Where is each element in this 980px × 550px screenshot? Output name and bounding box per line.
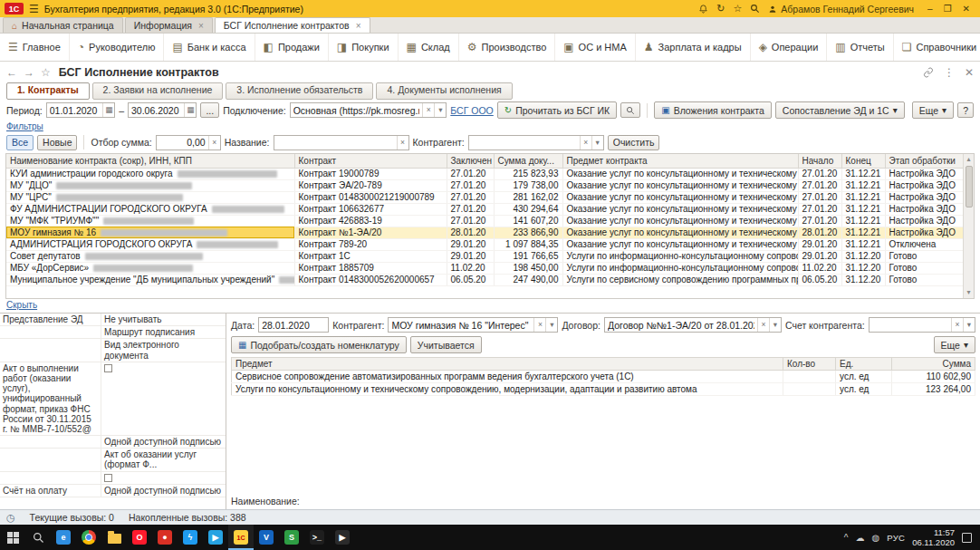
column-header[interactable]: Этап обработки bbox=[885, 154, 965, 168]
cell-end[interactable]: 31.12.20 bbox=[841, 250, 885, 262]
cell-sum[interactable]: 141 607,20 bbox=[494, 215, 562, 227]
ed-row[interactable]: Одной доступной подписью bbox=[0, 436, 226, 449]
connection-input[interactable] bbox=[291, 103, 423, 117]
cell-sum[interactable]: 430 294,64 bbox=[494, 203, 562, 215]
ed-row[interactable]: Акт об оказании услуг (формат Ф... bbox=[0, 449, 226, 471]
cell-sum[interactable]: 179 738,00 bbox=[494, 179, 562, 191]
cell-contract[interactable]: Контракт 789-20 bbox=[294, 238, 447, 250]
table-row[interactable]: Муниципальное учреждение "ДБ муниципальн… bbox=[6, 274, 965, 285]
cell-stage[interactable]: Готово bbox=[885, 274, 965, 285]
app-tab[interactable]: ⌂Начальная страница bbox=[3, 17, 123, 33]
clear-icon[interactable]: × bbox=[208, 136, 220, 150]
cell-subject[interactable]: Оказание услуг по консультационному и те… bbox=[562, 227, 798, 238]
close-button[interactable]: ✕ bbox=[957, 4, 975, 14]
cell-sum[interactable]: 198 450,00 bbox=[494, 262, 562, 274]
cell-stage[interactable]: Настройка ЭДО bbox=[885, 227, 965, 238]
cell-subject[interactable]: Оказание услуг по консультационному и те… bbox=[562, 179, 798, 191]
cell-end[interactable]: 31.12.20 bbox=[841, 262, 885, 274]
hide-link[interactable]: Скрыть bbox=[6, 300, 37, 310]
cell-contract[interactable]: Контракт №1-ЭА/20 bbox=[294, 227, 447, 238]
bsg-org-link[interactable]: БСГ ООО bbox=[450, 105, 493, 116]
read-from-bsg-button[interactable]: ↻ Прочитать из БСГ ИК bbox=[497, 101, 617, 119]
more-button[interactable]: Еще ▾ bbox=[912, 101, 954, 119]
clear-icon[interactable]: × bbox=[422, 103, 434, 117]
cell-start[interactable]: 27.01.20 bbox=[798, 168, 841, 179]
cell-stage[interactable]: Отключена bbox=[885, 238, 965, 250]
cell-signed[interactable]: 06.05.20 bbox=[447, 274, 494, 285]
ed-row[interactable]: Маршрут подписания bbox=[0, 326, 226, 339]
name-filter-input[interactable] bbox=[274, 136, 397, 150]
tray-network-icon[interactable]: ◍ bbox=[871, 533, 879, 543]
pick-nomenclature-button[interactable]: ▦ Подобрать/создать номенклатуру bbox=[231, 336, 407, 353]
items-column-header[interactable]: Предмет bbox=[232, 358, 783, 371]
column-header[interactable]: Сумма доку... bbox=[494, 154, 562, 168]
items-column-header[interactable]: Сумма bbox=[892, 358, 975, 371]
checkbox[interactable] bbox=[104, 364, 112, 372]
cell-stage[interactable]: Готово bbox=[885, 250, 965, 262]
menu-item-11[interactable]: ▥Отчеты bbox=[827, 34, 893, 61]
cell-item-qty[interactable] bbox=[783, 383, 836, 396]
cell-subject[interactable]: Оказание услуг по консультационному и те… bbox=[562, 191, 798, 203]
cell-item-unit[interactable]: усл. ед bbox=[836, 371, 892, 383]
contragent-filter-input[interactable] bbox=[469, 136, 580, 150]
table-row[interactable]: МУ "МФК "ТРИУМФ""Контракт 426883-1927.01… bbox=[6, 215, 965, 227]
cell-name[interactable]: АДМИНИСТРАЦИЯ ГОРОДСКОГО ОКРУГА bbox=[6, 238, 294, 250]
cell-signed[interactable]: 11.02.20 bbox=[447, 262, 494, 274]
help-button[interactable]: ? bbox=[957, 102, 974, 118]
cell-signed[interactable]: 27.01.20 bbox=[447, 191, 494, 203]
items-column-header[interactable]: Кол-во bbox=[783, 358, 836, 371]
date-input[interactable] bbox=[259, 318, 328, 332]
cell-name[interactable]: МОУ гимназия № 16 bbox=[6, 227, 294, 238]
counted-button[interactable]: Учитывается bbox=[410, 336, 482, 353]
cell-contract[interactable]: Контракт 1С bbox=[294, 250, 447, 262]
cell-stage[interactable]: Готово bbox=[885, 262, 965, 274]
table-row[interactable]: КУИ администрации городского округаКонтр… bbox=[6, 168, 965, 179]
view-tab-2[interactable]: 2. Заявки на исполнение bbox=[92, 82, 224, 100]
cell-name[interactable]: МБУ «ДорСервис» bbox=[6, 262, 294, 274]
history-icon[interactable]: ↻ bbox=[716, 3, 725, 14]
clear-icon[interactable]: × bbox=[580, 136, 591, 150]
contract-input[interactable] bbox=[605, 318, 757, 332]
cell-item-sum[interactable]: 123 264,00 bbox=[892, 383, 975, 396]
cell-end[interactable]: 31.12.21 bbox=[841, 238, 885, 250]
cell-start[interactable]: 27.01.20 bbox=[798, 191, 841, 203]
taskbar-console-icon[interactable]: >_ bbox=[304, 525, 330, 550]
clear-icon[interactable]: × bbox=[533, 318, 545, 332]
taskbar-search-icon[interactable] bbox=[25, 525, 51, 550]
taskbar-one-c-icon[interactable]: 1С bbox=[228, 525, 254, 550]
cell-end[interactable]: 31.12.21 bbox=[841, 215, 885, 227]
cell-item-sum[interactable]: 110 602,90 bbox=[892, 371, 975, 383]
cell-sum[interactable]: 191 766,65 bbox=[494, 250, 562, 262]
ed-row[interactable]: Представление ЭДНе учитывать bbox=[0, 314, 226, 326]
taskbar-opera-icon[interactable]: O bbox=[127, 525, 152, 550]
cell-item-subject[interactable]: Услуги по консультационному и техническо… bbox=[232, 383, 783, 396]
search-icon[interactable] bbox=[750, 4, 760, 14]
search-doc-button[interactable] bbox=[620, 102, 640, 118]
calendar-icon[interactable]: ▦ bbox=[102, 103, 114, 117]
cell-contract[interactable]: Контракт ЭА/20-789 bbox=[294, 179, 447, 191]
chevron-down-icon[interactable]: ▾ bbox=[591, 136, 603, 150]
cell-stage[interactable]: Настройка ЭДО bbox=[885, 179, 965, 191]
clear-filters-button[interactable]: Очистить bbox=[608, 135, 660, 150]
ed-row[interactable]: Счёт на оплатуОдной доступной подписью bbox=[0, 485, 226, 497]
cell-sum[interactable]: 247 490,00 bbox=[494, 274, 562, 285]
table-row[interactable]: МБУ «ДорСервис»Контракт 188570911.02.201… bbox=[6, 262, 965, 274]
taskbar-clock[interactable]: 11:57 06.11.2020 bbox=[912, 527, 955, 548]
link-icon[interactable] bbox=[923, 67, 934, 78]
menu-item-8[interactable]: ▣ОС и НМА bbox=[555, 34, 636, 61]
cell-start[interactable]: 28.01.20 bbox=[798, 227, 841, 238]
cell-end[interactable]: 31.12.20 bbox=[841, 274, 885, 285]
menu-item-12[interactable]: ❏Справочники bbox=[894, 34, 980, 61]
close-tab-icon[interactable]: × bbox=[198, 21, 204, 31]
cell-item-subject[interactable]: Сервисное сопровождение автоматизированн… bbox=[232, 371, 783, 383]
cell-start[interactable]: 27.01.20 bbox=[798, 179, 841, 191]
cell-sum[interactable]: 1 097 884,35 bbox=[494, 238, 562, 250]
calendar-icon[interactable]: ▦ bbox=[184, 103, 196, 117]
minimize-button[interactable]: – bbox=[922, 4, 938, 14]
cell-contract[interactable]: Контракт 426883-19 bbox=[294, 215, 447, 227]
column-header[interactable]: Наименование контракта (сокр), ИНН, КПП bbox=[6, 154, 294, 168]
ed-row[interactable]: Вид электронного документа bbox=[0, 339, 226, 362]
app-tab[interactable]: Информация× bbox=[125, 17, 213, 33]
cell-subject[interactable]: Оказание услуг по консультационному и те… bbox=[562, 168, 798, 179]
taskbar-messenger-icon[interactable]: ϟ bbox=[178, 525, 203, 550]
